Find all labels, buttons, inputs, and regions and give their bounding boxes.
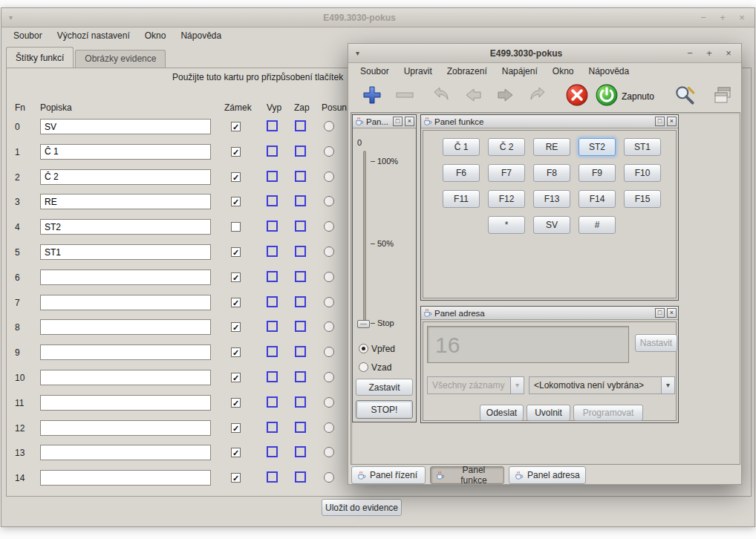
shunt-radio[interactable] xyxy=(324,146,334,157)
frame-maximize-icon[interactable]: □ xyxy=(655,308,665,318)
menu-item-1[interactable]: Upravit xyxy=(397,64,440,79)
off-toggle[interactable] xyxy=(267,422,278,433)
function-button[interactable]: F9 xyxy=(579,164,616,182)
function-button[interactable]: # xyxy=(579,216,616,234)
function-label-input[interactable] xyxy=(40,244,211,260)
off-toggle[interactable] xyxy=(267,346,278,357)
on-toggle[interactable] xyxy=(295,396,306,408)
function-button[interactable]: ST1 xyxy=(624,138,661,156)
function-button[interactable]: Č 2 xyxy=(488,138,525,156)
window-menu-icon[interactable]: ▾ xyxy=(9,13,21,22)
chevron-down-icon[interactable]: ▾ xyxy=(510,376,524,394)
power-toggle-icon[interactable] xyxy=(595,83,619,109)
off-toggle[interactable] xyxy=(267,220,278,232)
direction-radio-0[interactable] xyxy=(359,344,368,353)
function-label-input[interactable] xyxy=(40,395,211,411)
shunt-radio[interactable] xyxy=(324,272,334,282)
on-toggle[interactable] xyxy=(295,220,306,232)
shunt-radio[interactable] xyxy=(324,121,334,131)
save-to-roster-button[interactable]: Uložit do evidence xyxy=(322,499,402,516)
menu-item-2[interactable]: Okno xyxy=(137,28,174,43)
lock-checkbox[interactable]: ✓ xyxy=(231,272,241,282)
function-button[interactable]: F11 xyxy=(443,190,480,208)
window-menu-icon[interactable]: ▾ xyxy=(356,49,368,57)
shunt-radio[interactable] xyxy=(324,472,334,483)
chevron-down-icon[interactable]: ▾ xyxy=(661,376,675,394)
redo-icon[interactable] xyxy=(528,85,549,108)
release-button[interactable]: Uvolnit xyxy=(527,405,570,421)
frame-close-icon[interactable]: × xyxy=(667,117,677,126)
address-frame-titlebar[interactable]: Panel adresa □ × xyxy=(421,307,678,320)
undo-icon[interactable] xyxy=(430,85,451,108)
on-toggle[interactable] xyxy=(295,195,306,206)
frame-maximize-icon[interactable]: □ xyxy=(393,117,403,126)
function-button[interactable]: F15 xyxy=(624,190,661,208)
function-label-input[interactable] xyxy=(40,194,211,209)
close-icon[interactable]: × xyxy=(737,12,747,23)
function-button[interactable]: F6 xyxy=(443,164,480,182)
taskbar-button-1[interactable]: Panel funkce xyxy=(430,466,504,484)
shunt-radio[interactable] xyxy=(324,246,334,257)
emergency-stop-icon[interactable] xyxy=(565,83,589,109)
function-frame-titlebar[interactable]: Panel funkce □ × xyxy=(421,115,678,128)
on-toggle[interactable] xyxy=(295,246,306,257)
stop-button[interactable]: Zastavit xyxy=(356,379,413,396)
off-toggle[interactable] xyxy=(267,146,278,157)
shunt-radio[interactable] xyxy=(324,172,334,182)
function-label-input[interactable] xyxy=(40,344,211,360)
menu-item-4[interactable]: Okno xyxy=(545,64,581,79)
window-layout-icon[interactable] xyxy=(712,85,733,108)
address-field[interactable]: 16 xyxy=(427,326,629,363)
function-label-input[interactable] xyxy=(40,169,211,185)
remove-throttle-icon[interactable] xyxy=(394,85,415,108)
throttle-frame-titlebar[interactable]: Pan... □ × xyxy=(353,115,416,128)
emergency-stop-button[interactable]: STOP! xyxy=(356,400,413,419)
lock-checkbox[interactable]: ✓ xyxy=(231,197,241,206)
function-button[interactable]: ST2 xyxy=(579,138,616,156)
off-toggle[interactable] xyxy=(267,120,278,131)
shunt-radio[interactable] xyxy=(324,196,334,206)
lock-checkbox[interactable]: ✓ xyxy=(231,172,241,182)
on-toggle[interactable] xyxy=(295,422,306,433)
on-toggle[interactable] xyxy=(295,146,306,157)
menu-item-0[interactable]: Soubor xyxy=(353,64,397,79)
function-button[interactable]: F10 xyxy=(624,164,661,182)
next-icon[interactable] xyxy=(495,85,516,108)
lock-checkbox[interactable]: ✓ xyxy=(231,298,241,307)
on-toggle[interactable] xyxy=(295,296,306,307)
shunt-radio[interactable] xyxy=(324,372,334,382)
taskbar-button-0[interactable]: Panel řízení xyxy=(351,466,426,484)
function-button[interactable]: F8 xyxy=(533,164,570,182)
tab-0[interactable]: Štítky funkcí xyxy=(6,47,74,68)
function-label-input[interactable] xyxy=(40,219,211,235)
add-throttle-icon[interactable] xyxy=(362,85,382,108)
function-label-input[interactable] xyxy=(40,295,211,310)
function-label-input[interactable] xyxy=(40,370,211,385)
function-label-input[interactable] xyxy=(40,270,211,285)
off-toggle[interactable] xyxy=(267,246,278,257)
function-label-input[interactable] xyxy=(40,445,211,460)
on-toggle[interactable] xyxy=(295,371,306,382)
set-address-button[interactable]: Nastavit xyxy=(635,334,677,352)
direction-radio-1[interactable] xyxy=(359,362,368,372)
edit-view-icon[interactable] xyxy=(673,83,697,109)
lock-checkbox[interactable]: ✓ xyxy=(231,448,241,457)
roster-filter-dropdown[interactable]: Všechny záznamy ▾ xyxy=(427,376,524,394)
function-label-input[interactable] xyxy=(40,420,211,436)
menu-item-5[interactable]: Nápověda xyxy=(581,64,636,79)
shunt-radio[interactable] xyxy=(324,321,334,332)
speed-slider-track[interactable] xyxy=(363,151,366,325)
speed-slider-knob[interactable] xyxy=(357,320,370,328)
taskbar-button-2[interactable]: Panel adresa xyxy=(509,466,586,484)
lock-checkbox[interactable]: ✓ xyxy=(231,122,241,131)
lock-checkbox[interactable] xyxy=(231,222,241,232)
shunt-radio[interactable] xyxy=(324,447,334,457)
off-toggle[interactable] xyxy=(267,195,278,206)
menu-item-1[interactable]: Výchozí nastavení xyxy=(50,28,137,43)
off-toggle[interactable] xyxy=(267,321,278,332)
menu-item-2[interactable]: Zobrazení xyxy=(440,64,495,79)
lock-checkbox[interactable]: ✓ xyxy=(231,247,241,257)
function-label-input[interactable] xyxy=(40,144,211,160)
tab-1[interactable]: Obrázky evidence xyxy=(75,50,166,68)
menu-item-3[interactable]: Nápověda xyxy=(173,28,229,43)
